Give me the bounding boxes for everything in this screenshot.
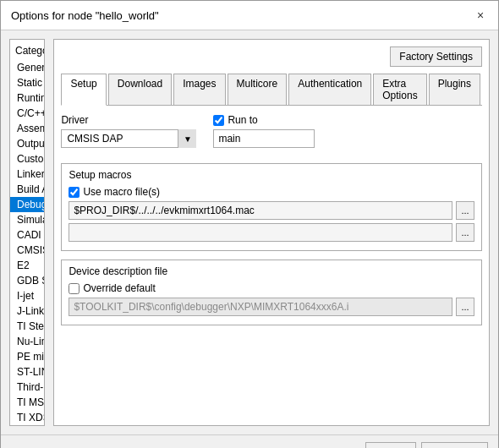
- sidebar-item-st-link[interactable]: ST-LINK: [10, 364, 44, 380]
- macro-path-input[interactable]: [69, 201, 452, 220]
- tab-extra-options[interactable]: Extra Options: [373, 74, 426, 105]
- macro-input-row-2: ...: [69, 223, 474, 242]
- factory-settings-row: Factory Settings: [61, 46, 482, 67]
- sidebar-item-assembler[interactable]: Assembler: [10, 121, 44, 136]
- driver-label: Driver: [61, 114, 196, 126]
- driver-section: Driver CMSIS DAP ▼: [61, 114, 196, 148]
- sidebar-item-jlink[interactable]: J-Link/J-Trace: [10, 303, 44, 319]
- macro-browse-button-1[interactable]: ...: [456, 201, 474, 220]
- sidebar-item-gdb-server[interactable]: GDB Server: [10, 273, 44, 288]
- driver-select[interactable]: CMSIS DAP: [61, 129, 196, 148]
- sidebar-item-pe-micro[interactable]: PE micro: [10, 349, 44, 364]
- macro-path-input-2[interactable]: [69, 223, 452, 242]
- run-to-checkbox[interactable]: [213, 115, 224, 126]
- sidebar-item-build-actions[interactable]: Build Actions: [10, 182, 44, 197]
- run-to-label: Run to: [228, 114, 257, 126]
- override-label: Override default: [83, 282, 155, 294]
- sidebar-item-output-converter[interactable]: Output Converter: [10, 136, 44, 151]
- sidebar-item-ijet[interactable]: I-jet: [10, 288, 44, 303]
- sidebar-item-nu-link[interactable]: Nu-Link: [10, 334, 44, 349]
- dialog-title: Options for node "hello_world": [11, 9, 159, 22]
- sidebar-item-third-party[interactable]: Third-Party Driver: [10, 380, 44, 395]
- tab-multicore[interactable]: Multicore: [228, 74, 288, 105]
- macro-browse-button-2[interactable]: ...: [456, 223, 474, 242]
- category-label: Category:: [10, 40, 44, 60]
- tab-images[interactable]: Images: [173, 74, 225, 105]
- dialog-footer: OK Cancel: [1, 434, 498, 448]
- run-to-checkbox-row: Run to: [213, 114, 315, 126]
- sidebar-item-custom-build[interactable]: Custom Build: [10, 151, 44, 167]
- use-macro-label: Use macro file(s): [83, 186, 160, 198]
- tab-plugins[interactable]: Plugins: [429, 74, 480, 105]
- override-row: Override default: [69, 282, 474, 294]
- run-to-input[interactable]: [213, 129, 315, 148]
- sidebar: Category: General Options Static Analysi…: [9, 39, 45, 426]
- device-input-row: ...: [69, 298, 474, 316]
- device-desc-group: Device description file Override default…: [61, 260, 482, 325]
- use-macro-checkbox[interactable]: [69, 187, 80, 198]
- sidebar-item-general-options[interactable]: General Options: [10, 60, 44, 75]
- sidebar-item-static-analysis[interactable]: Static Analysis: [10, 75, 44, 90]
- driver-runto-row: Driver CMSIS DAP ▼ Run to: [61, 114, 482, 156]
- options-dialog: Options for node "hello_world" × Categor…: [0, 0, 499, 448]
- device-desc-title: Device description file: [69, 265, 474, 277]
- device-browse-button[interactable]: ...: [456, 298, 474, 316]
- setup-macros-group: Setup macros Use macro file(s) ... ...: [61, 163, 482, 251]
- sidebar-item-simulator[interactable]: Simulator: [10, 212, 44, 227]
- dialog-body: Category: General Options Static Analysi…: [1, 30, 498, 434]
- sidebar-item-e2[interactable]: E2: [10, 258, 44, 273]
- sidebar-item-cmsis-dap[interactable]: CMSIS DAP: [10, 243, 44, 258]
- sidebar-item-linker[interactable]: Linker: [10, 167, 44, 182]
- tab-setup[interactable]: Setup: [61, 74, 106, 106]
- close-button[interactable]: ×: [473, 8, 488, 23]
- use-macro-row: Use macro file(s): [69, 186, 474, 198]
- sidebar-item-cadi[interactable]: CADI: [10, 227, 44, 243]
- factory-settings-button[interactable]: Factory Settings: [390, 46, 482, 67]
- ok-button[interactable]: OK: [365, 442, 415, 448]
- sidebar-item-ti-stellaris[interactable]: TI Stellaris: [10, 319, 44, 334]
- tab-authentication[interactable]: Authentication: [288, 74, 371, 105]
- tab-download[interactable]: Download: [108, 74, 172, 105]
- sidebar-item-ti-msp-fet[interactable]: TI MSP-FET: [10, 395, 44, 410]
- sidebar-item-ti-xds[interactable]: TI XDS: [10, 410, 44, 425]
- tabs-bar: Setup Download Images Multicore Authenti…: [61, 74, 482, 106]
- macro-input-row-1: ...: [69, 201, 474, 220]
- sidebar-item-debugger[interactable]: Debugger: [10, 197, 44, 212]
- sidebar-item-runtime-checking[interactable]: Runtime Checking: [10, 90, 44, 106]
- driver-select-wrapper: CMSIS DAP ▼: [61, 129, 196, 148]
- sidebar-item-cpp-compiler[interactable]: C/C++ Compiler: [10, 106, 44, 121]
- run-to-group: Run to: [213, 114, 315, 156]
- main-content-panel: Factory Settings Setup Download Images M…: [53, 39, 490, 426]
- device-path-input: [69, 298, 452, 316]
- setup-tab-content: Driver CMSIS DAP ▼ Run to: [61, 114, 482, 418]
- title-bar: Options for node "hello_world" ×: [1, 1, 498, 30]
- setup-macros-title: Setup macros: [69, 169, 474, 181]
- cancel-button[interactable]: Cancel: [421, 442, 488, 448]
- override-checkbox[interactable]: [69, 283, 80, 294]
